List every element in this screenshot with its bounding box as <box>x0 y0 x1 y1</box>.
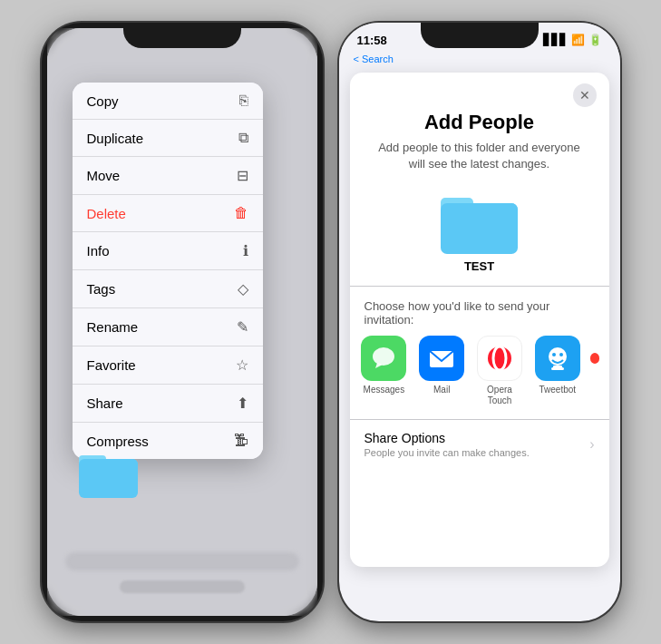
svg-point-13 <box>559 353 563 356</box>
messages-label: Messages <box>364 385 405 395</box>
menu-item-rename[interactable]: Rename ✎ <box>73 308 263 346</box>
menu-rename-label: Rename <box>87 319 139 335</box>
menu-info-label: Info <box>87 243 110 259</box>
chevron-right-icon: › <box>589 436 594 453</box>
notch-right <box>421 23 539 48</box>
menu-copy-label: Copy <box>87 93 119 109</box>
right-battery-icon: 🔋 <box>588 34 602 46</box>
menu-item-copy[interactable]: Copy ⎘ <box>73 83 263 120</box>
app-item-opera[interactable]: Opera Touch <box>474 336 525 406</box>
modal-header: ✕ <box>350 73 609 107</box>
mail-icon <box>419 336 464 381</box>
share-options-title: Share Options <box>365 431 530 445</box>
move-icon: ⊟ <box>237 167 248 184</box>
messages-icon <box>361 336 406 381</box>
copy-icon: ⎘ <box>239 93 248 109</box>
svg-rect-2 <box>79 459 138 495</box>
menu-compress-label: Compress <box>87 434 149 449</box>
close-button[interactable]: ✕ <box>573 83 597 107</box>
menu-item-move[interactable]: Move ⊟ <box>73 157 263 195</box>
app-item-tweetbot[interactable]: Tweetbot <box>532 336 583 395</box>
folder-svg-large <box>441 190 518 254</box>
duplicate-icon: ⧉ <box>238 130 248 146</box>
mail-label: Mail <box>433 385 450 395</box>
info-icon: ℹ <box>243 242 248 259</box>
menu-tags-label: Tags <box>87 281 116 297</box>
menu-duplicate-label: Duplicate <box>87 131 144 146</box>
svg-rect-15 <box>551 367 564 370</box>
tweetbot-icon <box>535 336 580 381</box>
right-signal-icon: ▋▋▋ <box>543 34 568 46</box>
menu-item-share[interactable]: Share ⬆ <box>73 385 263 423</box>
share-options-subtitle: People you invite can make changes. <box>365 447 530 458</box>
share-options-row[interactable]: Share Options People you invite can make… <box>350 419 609 469</box>
add-people-modal: ✕ Add People Add people to this folder a… <box>350 73 609 567</box>
modal-title: Add People <box>350 107 609 140</box>
svg-rect-5 <box>441 203 518 252</box>
tags-icon: ◇ <box>238 280 248 298</box>
share-options-text: Share Options People you invite can make… <box>365 431 530 458</box>
menu-favorite-label: Favorite <box>87 357 136 373</box>
right-status-icons: ▋▋▋ 📶 🔋 <box>543 34 602 46</box>
right-screen: 11:58 ▋▋▋ 📶 🔋 < Search ✕ Add People Add … <box>339 23 620 621</box>
folder-label: TEST <box>464 259 494 273</box>
invite-label: Choose how you'd like to send your invit… <box>350 287 609 336</box>
more-apps-indicator[interactable] <box>590 353 600 364</box>
share-icon: ⬆ <box>237 395 248 412</box>
menu-item-delete[interactable]: Delete 🗑 <box>73 195 263 232</box>
folder-svg-left <box>79 448 138 498</box>
close-icon: ✕ <box>579 88 590 102</box>
tweetbot-label: Tweetbot <box>539 385 576 395</box>
right-phone: 11:58 ▋▋▋ 📶 🔋 < Search ✕ Add People Add … <box>339 23 620 621</box>
folder-left <box>79 448 138 498</box>
blurred-bar2 <box>120 581 245 593</box>
menu-item-tags[interactable]: Tags ◇ <box>73 270 263 308</box>
right-wifi-icon: 📶 <box>571 34 585 46</box>
right-back-navigation[interactable]: < Search <box>339 52 620 70</box>
folder-icon-large <box>441 190 518 254</box>
menu-item-favorite[interactable]: Favorite ☆ <box>73 346 263 385</box>
modal-subtitle: Add people to this folder and everyone w… <box>350 140 609 185</box>
right-status-time: 11:58 <box>357 34 387 47</box>
app-item-messages[interactable]: Messages <box>359 336 410 395</box>
opera-label: Opera Touch <box>474 385 525 406</box>
menu-delete-label: Delete <box>87 206 126 221</box>
svg-point-9 <box>488 346 511 370</box>
folder-container: TEST <box>350 185 609 286</box>
blurred-bar <box>65 552 299 571</box>
right-back-label[interactable]: < Search <box>354 54 394 64</box>
context-menu: Copy ⎘ Duplicate ⧉ Move ⊟ Delete 🗑 Info … <box>73 83 263 459</box>
svg-point-12 <box>552 353 556 356</box>
app-item-mail[interactable]: Mail <box>416 336 467 395</box>
compress-icon: 🗜 <box>234 433 248 449</box>
left-screen: 11:58 ▋▋▋ 📶 🔋 < Search Copy ⎘ Duplicate … <box>47 28 317 616</box>
notch <box>123 23 241 48</box>
favorite-icon: ☆ <box>236 356 248 374</box>
svg-point-6 <box>373 347 394 366</box>
menu-share-label: Share <box>87 395 123 411</box>
delete-icon: 🗑 <box>234 205 248 221</box>
left-phone: 11:58 ▋▋▋ 📶 🔋 < Search Copy ⎘ Duplicate … <box>42 23 323 621</box>
menu-move-label: Move <box>87 168 121 183</box>
menu-item-duplicate[interactable]: Duplicate ⧉ <box>73 120 263 157</box>
apps-row: Messages Mail <box>350 336 609 419</box>
opera-icon <box>477 336 522 381</box>
menu-item-info[interactable]: Info ℹ <box>73 232 263 270</box>
rename-icon: ✎ <box>237 318 248 336</box>
